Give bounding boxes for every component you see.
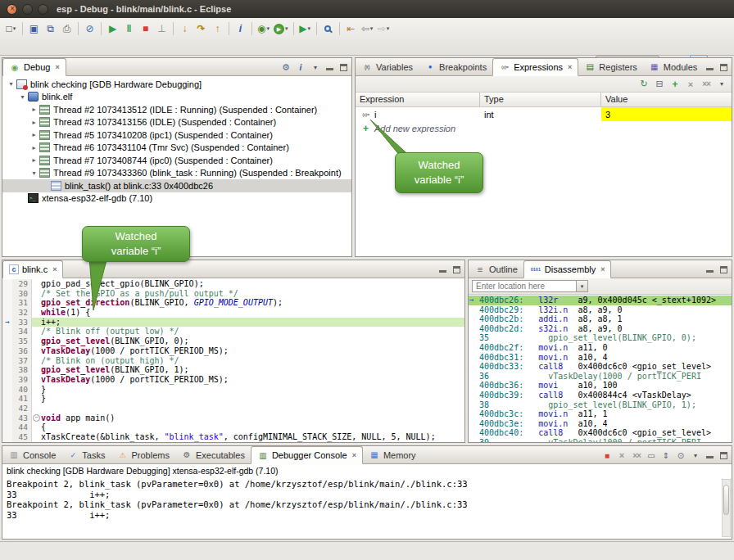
disassembly-content[interactable]: →400dbc26: l32r a9, 0x400d045c <_stext+1… — [469, 295, 732, 442]
expander-expanded-icon[interactable]: ▾ — [6, 80, 16, 88]
debug-tree-item[interactable]: ▸Thread #5 1073410208 (ipc1) (Suspended … — [2, 129, 351, 142]
refresh-icon[interactable] — [637, 78, 650, 91]
maximize-button[interactable] — [38, 4, 48, 15]
minimize-view-icon[interactable] — [437, 264, 449, 276]
tab-tasks[interactable]: Tasks — [61, 446, 111, 463]
breakpoint-ruler[interactable] — [2, 289, 12, 299]
tab-blink-c[interactable]: blink.c — [2, 260, 63, 278]
line-number[interactable]: 36 — [12, 346, 32, 356]
view-menu-icon[interactable] — [689, 449, 702, 462]
line-number[interactable]: 30 — [12, 289, 32, 299]
maximize-view-icon[interactable] — [338, 61, 350, 74]
expander-expanded-icon[interactable]: ▾ — [17, 93, 28, 101]
code-text[interactable] — [41, 404, 464, 413]
tab-modules[interactable]: Modules — [643, 58, 704, 75]
tab-variables[interactable]: Variables — [356, 58, 419, 75]
breakpoint-ruler[interactable] — [2, 394, 12, 404]
expander-expanded-icon[interactable]: ▾ — [29, 169, 39, 177]
save-icon[interactable]: ▣ — [26, 20, 42, 37]
console-output[interactable]: Breakpoint 2, blink_task (pvParameter=0x… — [2, 477, 732, 539]
disassembly-line[interactable]: →400dbc26: l32r a9, 0x400d045c <_stext+1… — [469, 296, 732, 305]
run-icon[interactable]: ▶▾ — [272, 20, 290, 37]
disconnect-icon[interactable]: ⊥ — [154, 20, 170, 37]
code-line[interactable]: 30 /* Set the GPIO as a push/pull output… — [2, 289, 464, 299]
code-line[interactable]: 43−void app_main() — [2, 413, 464, 423]
code-text[interactable]: gpio_set_level(BLINK_GPIO, 1); — [41, 365, 464, 375]
maximize-view-icon[interactable] — [718, 61, 730, 74]
remove-expression-icon[interactable] — [684, 78, 697, 91]
code-text[interactable]: /* Blink off (output low) */ — [41, 327, 464, 336]
terminate-icon[interactable]: ■ — [138, 20, 153, 37]
line-number[interactable]: 42 — [12, 404, 32, 413]
disassembly-line[interactable]: 400dbc3c: movi.n a11, 1 — [469, 409, 732, 419]
breakpoint-ruler[interactable] — [2, 375, 12, 385]
breakpoint-ruler[interactable] — [2, 308, 12, 318]
code-text[interactable]: vTaskDelay(1000 / portTICK_PERIOD_MS); — [41, 346, 464, 356]
disassembly-line[interactable]: 400dbc33: call8 0x400dc6c0 <gpio_set_lev… — [469, 362, 732, 372]
line-number[interactable]: 44 — [12, 422, 32, 432]
tab-executables[interactable]: Executables — [175, 446, 251, 463]
close-button[interactable] — [7, 4, 17, 15]
code-line[interactable]: 41} — [2, 394, 464, 404]
expander-collapsed-icon[interactable]: ▸ — [29, 131, 39, 138]
terminate-icon[interactable] — [600, 449, 614, 462]
skip-all-breakpoints-icon[interactable]: ⊘ — [82, 20, 97, 37]
debug-tree-item[interactable]: ▾blink.elf — [2, 91, 351, 104]
line-number[interactable]: 34 — [12, 327, 32, 336]
code-line[interactable]: 42 — [2, 404, 464, 413]
line-number[interactable]: 40 — [12, 385, 32, 395]
view-menu-icon[interactable] — [309, 61, 322, 74]
line-number[interactable]: 33 — [12, 318, 32, 327]
disassembly-line[interactable]: 400dbc2d: s32i.n a8, a9, 0 — [469, 324, 732, 334]
external-tools-icon[interactable]: ▶▾ — [297, 20, 313, 37]
line-number[interactable]: 32 — [12, 308, 32, 318]
tab-expressions[interactable]: Expressions — [492, 58, 578, 76]
save-all-icon[interactable]: ⧉ — [43, 20, 58, 37]
debug-tree-item[interactable]: ▸Thread #7 1073408744 (ipc0) (Suspended … — [2, 154, 351, 167]
breakpoint-ruler[interactable] — [2, 432, 12, 442]
breakpoint-ruler[interactable] — [2, 279, 12, 289]
console-scrollbar[interactable] — [722, 479, 731, 537]
code-text[interactable]: gpio_set_direction(BLINK_GPIO, GPIO_MODE… — [41, 298, 464, 308]
code-text[interactable]: } — [41, 394, 464, 404]
line-number[interactable]: 31 — [12, 298, 32, 308]
tab-memory[interactable]: Memory — [363, 446, 422, 463]
code-line[interactable]: 44{ — [2, 422, 464, 432]
clear-console-icon[interactable] — [645, 449, 658, 462]
column-expression[interactable]: Expression — [356, 93, 480, 106]
code-line[interactable]: 36 vTaskDelay(1000 / portTICK_PERIOD_MS)… — [2, 346, 464, 356]
remove-all-launches-icon[interactable] — [630, 449, 643, 462]
instruction-pointer-ruler[interactable]: → — [2, 318, 12, 327]
back-icon[interactable]: ⇦▾ — [360, 20, 375, 37]
location-dropdown-icon[interactable] — [577, 280, 588, 292]
code-text[interactable]: vTaskDelay(1000 / portTICK_PERIOD_MS); — [41, 375, 464, 385]
breakpoint-ruler[interactable] — [2, 336, 12, 346]
disassembly-line[interactable]: 400dbc31: movi.n a10, 4 — [469, 353, 732, 363]
scroll-lock-icon[interactable] — [659, 449, 673, 462]
fold-marker-icon[interactable]: − — [32, 413, 41, 423]
minimize-view-icon[interactable] — [704, 449, 716, 462]
new-icon[interactable]: □▾ — [3, 20, 19, 37]
scrollbar-thumb[interactable] — [723, 485, 729, 516]
code-text[interactable]: } — [41, 385, 464, 395]
editor-code[interactable]: 29 gpio_pad_select_gpio(BLINK_GPIO);30 /… — [2, 278, 464, 442]
code-line[interactable]: 32 while(1) { — [2, 308, 464, 318]
minimize-view-icon[interactable] — [324, 61, 336, 74]
disassembly-line[interactable]: 35 gpio_set_level(BLINK_GPIO, 0); — [469, 333, 732, 343]
line-number[interactable]: 29 — [12, 279, 32, 289]
tab-outline[interactable]: Outline — [469, 260, 523, 278]
code-text[interactable]: /* Set the GPIO as a push/pull output */ — [41, 289, 464, 299]
line-number[interactable]: 37 — [12, 356, 32, 366]
add-expression-icon[interactable] — [668, 78, 682, 91]
disassembly-line[interactable]: 400dbc39: call8 0x400844c4 <vTaskDelay> — [469, 391, 732, 400]
code-text[interactable]: i++; — [41, 318, 464, 327]
line-number[interactable]: 43 — [12, 413, 32, 423]
debug-tree-item[interactable]: ▸Thread #6 1073431104 (Tmr Svc) (Suspend… — [2, 142, 351, 155]
breakpoint-ruler[interactable] — [2, 422, 12, 432]
expander-collapsed-icon[interactable]: ▸ — [29, 144, 39, 151]
step-over-icon[interactable]: ↷ — [193, 20, 209, 37]
debug-icon[interactable]: ◉▾ — [256, 20, 271, 37]
breakpoint-ruler[interactable] — [2, 346, 12, 356]
close-tab-icon[interactable] — [52, 265, 57, 273]
close-tab-icon[interactable] — [568, 63, 572, 71]
